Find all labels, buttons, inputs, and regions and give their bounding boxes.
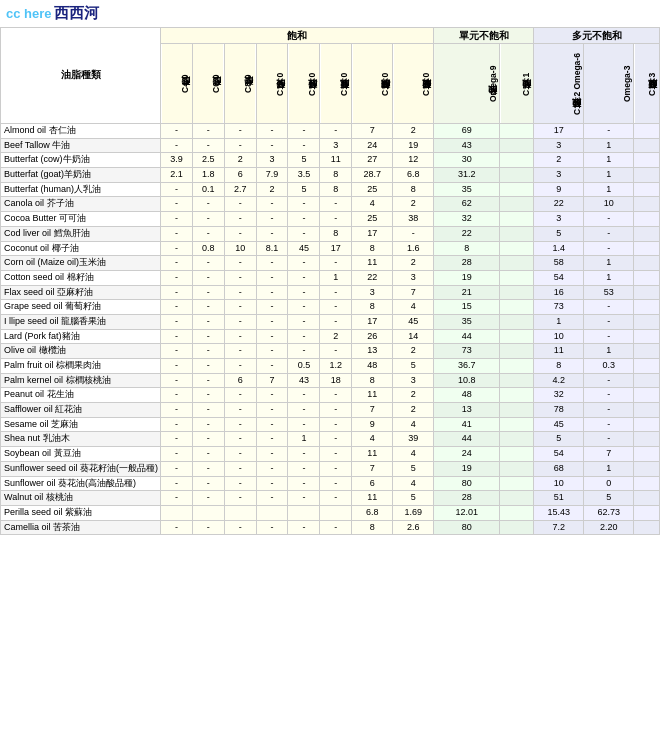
cell-value: 13 xyxy=(352,344,393,359)
cell-value: - xyxy=(320,491,352,506)
cell-value: - xyxy=(192,138,224,153)
cell-value: - xyxy=(584,314,634,329)
oil-name: Sunflower oil 葵花油(高油酸品種) xyxy=(1,476,161,491)
cell-value: - xyxy=(288,417,320,432)
cell-value: 4 xyxy=(393,300,434,315)
cell-value: 3 xyxy=(534,168,584,183)
table-row: Flax seed oil 亞麻籽油------37211653 xyxy=(1,285,660,300)
cell-value: - xyxy=(256,329,288,344)
cell-value: - xyxy=(192,344,224,359)
cell-value xyxy=(500,329,534,344)
cell-value: - xyxy=(256,285,288,300)
cell-value: 45 xyxy=(288,241,320,256)
cell-value: 54 xyxy=(534,270,584,285)
cell-value: - xyxy=(256,491,288,506)
cell-value: - xyxy=(320,300,352,315)
cell-value: 2 xyxy=(393,256,434,271)
cell-value: 35 xyxy=(434,182,500,197)
cell-value: 1 xyxy=(584,270,634,285)
table-row: Lard (Pork fat)豬油-----226144410- xyxy=(1,329,660,344)
cell-value: - xyxy=(161,417,193,432)
cell-value: - xyxy=(161,432,193,447)
cell-value: - xyxy=(256,138,288,153)
cell-value: - xyxy=(161,212,193,227)
table-row: Palm kernel oil 棕櫚核桃油--6743188310.84.2- xyxy=(1,373,660,388)
cell-value: 8 xyxy=(534,359,584,374)
col-c183: 亞麻酸C18:3 xyxy=(634,44,660,124)
cell-value: 5 xyxy=(393,461,434,476)
table-row: Cotton seed oil 棉籽油-----122319541 xyxy=(1,270,660,285)
cell-value: - xyxy=(192,359,224,374)
cell-value: - xyxy=(224,256,256,271)
cell-value: - xyxy=(320,314,352,329)
col-c180: 硬脂酸C18:0 xyxy=(393,44,434,124)
cell-value: 1 xyxy=(584,344,634,359)
cell-value: - xyxy=(288,124,320,139)
cell-value: 1.2 xyxy=(320,359,352,374)
cell-value xyxy=(634,505,660,520)
cell-value xyxy=(500,491,534,506)
cell-value: - xyxy=(224,461,256,476)
oil-name: Coconut oil 椰子油 xyxy=(1,241,161,256)
cell-value: - xyxy=(256,197,288,212)
cell-value: - xyxy=(584,241,634,256)
cell-value: 8 xyxy=(434,241,500,256)
cell-value: 5 xyxy=(393,491,434,506)
cell-value: 4 xyxy=(352,197,393,212)
cell-value: 35 xyxy=(434,314,500,329)
cell-value: - xyxy=(320,256,352,271)
cell-value: 19 xyxy=(434,270,500,285)
cell-value xyxy=(634,285,660,300)
table-row: Sunflower oil 葵花油(高油酸品種)------6480100 xyxy=(1,476,660,491)
cell-value: 54 xyxy=(534,447,584,462)
cell-value: 10 xyxy=(584,197,634,212)
col-omega3: Omega-3 xyxy=(584,44,634,124)
oil-name: Almond oil 杏仁油 xyxy=(1,124,161,139)
cell-value: 48 xyxy=(434,388,500,403)
oil-name: Lard (Pork fat)豬油 xyxy=(1,329,161,344)
cell-value xyxy=(500,403,534,418)
cell-value: 3 xyxy=(393,270,434,285)
cell-value: 73 xyxy=(534,300,584,315)
table-row: Sesame oil 芝麻油------944145- xyxy=(1,417,660,432)
cell-value: - xyxy=(584,403,634,418)
cell-value: 19 xyxy=(434,461,500,476)
cell-value: - xyxy=(192,388,224,403)
cell-value: 5 xyxy=(534,226,584,241)
cell-value: 30 xyxy=(434,153,500,168)
table-row: Sunflower seed oil 葵花籽油(一般品種)------75196… xyxy=(1,461,660,476)
cell-value: 1.69 xyxy=(393,505,434,520)
cell-value: 69 xyxy=(434,124,500,139)
cell-value: 10.8 xyxy=(434,373,500,388)
cell-value: - xyxy=(256,300,288,315)
cell-value: - xyxy=(256,476,288,491)
cell-value: - xyxy=(288,226,320,241)
cell-value xyxy=(634,226,660,241)
cell-value: 44 xyxy=(434,432,500,447)
cell-value: 43 xyxy=(434,138,500,153)
cell-value: 0 xyxy=(584,476,634,491)
cell-value: - xyxy=(393,226,434,241)
oil-name: Soybean oil 黃豆油 xyxy=(1,447,161,462)
cell-value: 1.4 xyxy=(534,241,584,256)
cell-value: - xyxy=(192,270,224,285)
cell-value: - xyxy=(224,270,256,285)
cell-value: 3.9 xyxy=(161,153,193,168)
cell-value: - xyxy=(320,197,352,212)
cell-value: 7 xyxy=(256,373,288,388)
cell-value: 1.6 xyxy=(393,241,434,256)
cell-value: - xyxy=(161,359,193,374)
cell-value: 1 xyxy=(288,432,320,447)
oil-name: Flax seed oil 亞麻籽油 xyxy=(1,285,161,300)
cell-value: - xyxy=(161,461,193,476)
cell-value: 8 xyxy=(320,226,352,241)
cell-value: - xyxy=(192,197,224,212)
cell-value: - xyxy=(320,212,352,227)
cell-value xyxy=(634,359,660,374)
cell-value: 10 xyxy=(534,476,584,491)
cell-value xyxy=(500,359,534,374)
cell-value: 53 xyxy=(584,285,634,300)
oil-name: Butterfat (human)人乳油 xyxy=(1,182,161,197)
cell-value: 11 xyxy=(534,344,584,359)
cell-value: - xyxy=(288,300,320,315)
